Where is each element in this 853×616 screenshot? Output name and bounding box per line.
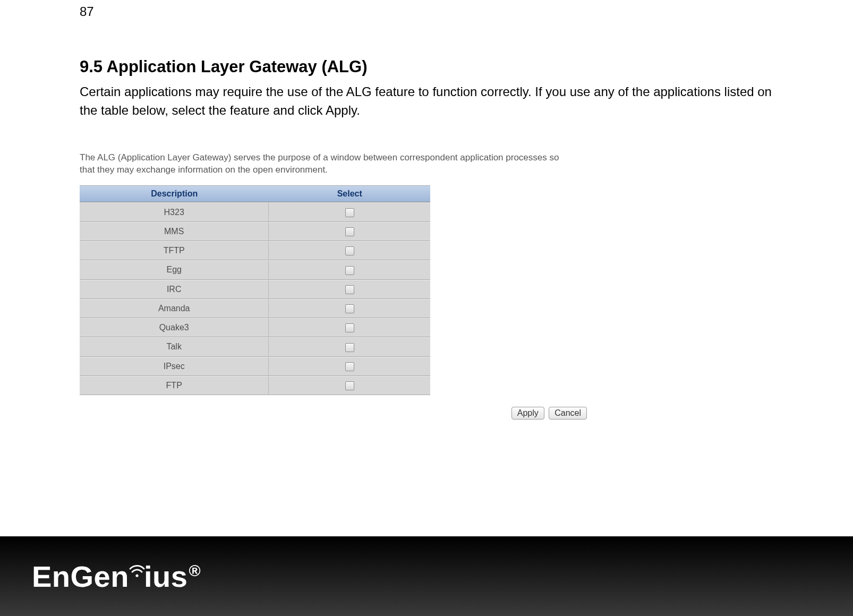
apply-button[interactable]: Apply [511,407,544,420]
table-row: TFTP [80,241,430,260]
table-row: H323 [80,202,430,221]
checkbox-ftp[interactable] [345,381,354,390]
checkbox-irc[interactable] [345,285,354,294]
checkbox-tftp[interactable] [345,246,354,255]
alg-note: The ALG (Application Layer Gateway) serv… [80,152,574,176]
registered-symbol: ® [189,562,201,579]
row-description: IPsec [80,357,269,376]
brand-logo: EnGen ius® [32,559,201,594]
cancel-button[interactable]: Cancel [549,407,587,420]
col-header-select: Select [269,185,430,202]
table-row: MMS [80,222,430,241]
row-description: FTP [80,376,269,395]
checkbox-ipsec[interactable] [345,362,354,371]
row-description: Egg [80,260,269,279]
table-row: IRC [80,280,430,299]
alg-table: Description Select H323 MMS TFTP Egg [80,185,430,395]
table-row: Egg [80,260,430,279]
checkbox-h323[interactable] [345,208,354,217]
row-description: Talk [80,337,269,356]
checkbox-quake3[interactable] [345,323,354,332]
button-row: Apply Cancel [80,407,587,420]
row-description: MMS [80,222,269,241]
checkbox-egg[interactable] [345,266,354,275]
wifi-icon [128,561,146,577]
section-description: Certain applications may require the use… [80,83,773,120]
checkbox-mms[interactable] [345,227,354,236]
table-row: FTP [80,376,430,395]
row-description: H323 [80,202,269,221]
row-description: Amanda [80,299,269,318]
col-header-description: Description [80,185,269,202]
table-row: Quake3 [80,318,430,337]
checkbox-talk[interactable] [345,343,354,352]
table-row: IPsec [80,357,430,376]
brand-text: EnGen ius® [32,559,201,594]
table-row: Amanda [80,299,430,318]
page-number: 87 [80,4,773,19]
svg-point-0 [135,574,138,577]
row-description: TFTP [80,241,269,260]
row-description: IRC [80,280,269,299]
section-heading: 9.5 Application Layer Gateway (ALG) [80,57,773,76]
table-row: Talk [80,337,430,356]
footer: EnGen ius® [0,536,853,616]
checkbox-amanda[interactable] [345,304,354,313]
row-description: Quake3 [80,318,269,337]
